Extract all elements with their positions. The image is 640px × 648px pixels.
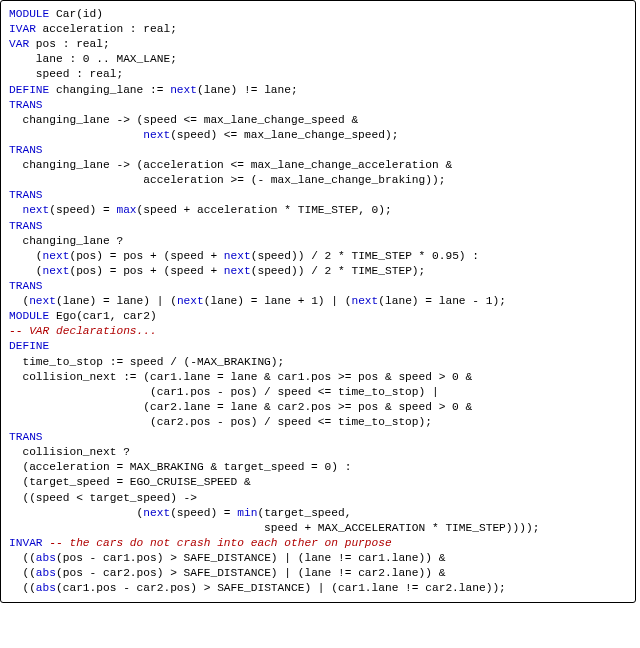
code-text: (speed) =	[49, 204, 116, 216]
code-text: time_to_stop := speed / (-MAX_BRAKING);	[9, 355, 627, 370]
fn-next: next	[224, 265, 251, 277]
code-text: (lane) = lane + 1) | (	[204, 295, 352, 307]
code-text: speed : real;	[9, 67, 627, 82]
code-text: (speed)) / 2 * TIME_STEP * 0.95) :	[251, 250, 479, 262]
code-text: (car2.pos - pos) / speed <= time_to_stop…	[9, 415, 627, 430]
code-text: changing_lane -> (acceleration <= max_la…	[9, 158, 627, 173]
code-text: changing_lane -> (speed <= max_lane_chan…	[9, 113, 627, 128]
code-text: (speed + acceleration * TIME_STEP, 0);	[137, 204, 392, 216]
keyword-trans: TRANS	[9, 219, 627, 234]
code-text: Ego(car1, car2)	[49, 310, 156, 322]
code-text: (pos) = pos + (speed +	[69, 250, 223, 262]
code-text: pos : real;	[29, 38, 110, 50]
code-text: (speed) =	[170, 507, 237, 519]
code-text	[9, 129, 143, 141]
keyword-module: MODULE	[9, 8, 49, 20]
code-text: (pos - car2.pos) > SAFE_DISTANCE) | (lan…	[56, 567, 445, 579]
fn-next: next	[351, 295, 378, 307]
code-text: (	[9, 265, 43, 277]
fn-next: next	[177, 295, 204, 307]
keyword-module: MODULE	[9, 310, 49, 322]
fn-next: next	[43, 250, 70, 262]
fn-next: next	[43, 265, 70, 277]
keyword-trans: TRANS	[9, 143, 627, 158]
keyword-define: DEFINE	[9, 339, 627, 354]
code-text: (speed) <= max_lane_change_speed);	[170, 129, 398, 141]
keyword-trans: TRANS	[9, 279, 627, 294]
fn-abs: abs	[36, 567, 56, 579]
code-text: (car1.pos - pos) / speed <= time_to_stop…	[9, 385, 627, 400]
code-listing: MODULE Car(id)IVAR acceleration : real;V…	[0, 0, 636, 603]
code-text: (	[9, 295, 29, 307]
fn-next: next	[22, 204, 49, 216]
fn-next: next	[170, 84, 197, 96]
fn-next: next	[29, 295, 56, 307]
code-text: speed + MAX_ACCELERATION * TIME_STEP))))…	[9, 521, 627, 536]
comment: -- the cars do not crash into each other…	[49, 537, 391, 549]
code-text: lane : 0 .. MAX_LANE;	[9, 52, 627, 67]
code-text: (lane) != lane;	[197, 84, 298, 96]
code-text: (pos - car1.pos) > SAFE_DISTANCE) | (lan…	[56, 552, 445, 564]
fn-min: min	[237, 507, 257, 519]
code-text: (	[9, 507, 143, 519]
comment: -- VAR declarations...	[9, 324, 627, 339]
code-text: (pos) = pos + (speed +	[69, 265, 223, 277]
keyword-trans: TRANS	[9, 188, 627, 203]
code-text: (target_speed,	[257, 507, 351, 519]
code-text: ((speed < target_speed) ->	[9, 491, 627, 506]
fn-max: max	[116, 204, 136, 216]
code-text: (car1.pos - car2.pos) > SAFE_DISTANCE) |…	[56, 582, 506, 594]
code-text: (car2.lane = lane & car2.pos >= pos & sp…	[9, 400, 627, 415]
fn-next: next	[143, 129, 170, 141]
code-text	[9, 204, 22, 216]
code-text: acceleration >= (- max_lane_change_braki…	[9, 173, 627, 188]
fn-abs: abs	[36, 552, 56, 564]
code-text: (speed)) / 2 * TIME_STEP);	[251, 265, 426, 277]
keyword-trans: TRANS	[9, 98, 627, 113]
code-text: Car(id)	[49, 8, 103, 20]
code-text: (	[9, 250, 43, 262]
code-text: acceleration : real;	[36, 23, 177, 35]
keyword-invar: INVAR	[9, 537, 43, 549]
keyword-trans: TRANS	[9, 430, 627, 445]
fn-abs: abs	[36, 582, 56, 594]
code-text: (lane) = lane) | (	[56, 295, 177, 307]
keyword-var: VAR	[9, 38, 29, 50]
fn-next: next	[143, 507, 170, 519]
code-text: (acceleration = MAX_BRAKING & target_spe…	[9, 460, 627, 475]
keyword-ivar: IVAR	[9, 23, 36, 35]
code-text: changing_lane ?	[9, 234, 627, 249]
code-text: collision_next ?	[9, 445, 627, 460]
code-text: (lane) = lane - 1);	[378, 295, 506, 307]
code-text: collision_next := (car1.lane = lane & ca…	[9, 370, 627, 385]
code-text: ((	[9, 552, 36, 564]
code-text: changing_lane :=	[49, 84, 170, 96]
fn-next: next	[224, 250, 251, 262]
code-text: (target_speed = EGO_CRUISE_SPEED &	[9, 475, 627, 490]
code-text: ((	[9, 582, 36, 594]
code-text: ((	[9, 567, 36, 579]
keyword-define: DEFINE	[9, 84, 49, 96]
